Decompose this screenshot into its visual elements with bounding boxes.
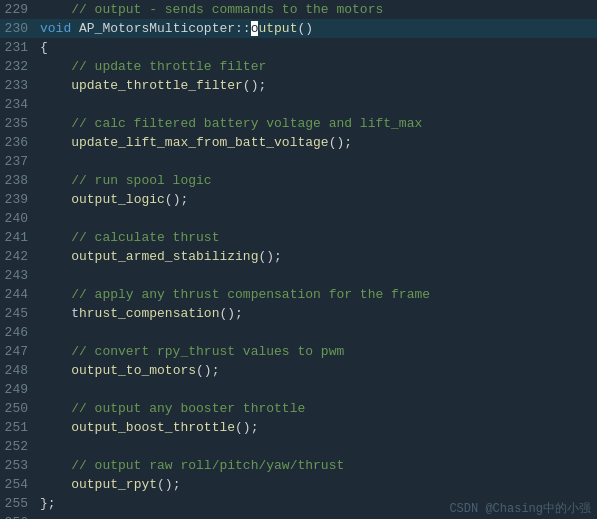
line-number: 256 [0, 513, 38, 519]
code-line: 232 // update throttle filter [0, 57, 597, 76]
code-content: // output any booster throttle [38, 399, 597, 418]
line-number: 239 [0, 190, 38, 209]
code-content: // convert rpy_thrust values to pwm [38, 342, 597, 361]
line-number: 254 [0, 475, 38, 494]
code-content [38, 95, 597, 114]
code-line: 240 [0, 209, 597, 228]
code-content [38, 209, 597, 228]
line-number: 252 [0, 437, 38, 456]
code-line: 244 // apply any thrust compensation for… [0, 285, 597, 304]
code-line: 241 // calculate thrust [0, 228, 597, 247]
line-number: 237 [0, 152, 38, 171]
code-content: void AP_MotorsMulticopter::output() [38, 19, 597, 38]
code-content: // calc filtered battery voltage and lif… [38, 114, 597, 133]
code-line: 248 output_to_motors(); [0, 361, 597, 380]
line-number: 232 [0, 57, 38, 76]
code-content [38, 380, 597, 399]
code-line: 231{ [0, 38, 597, 57]
code-content: output_to_motors(); [38, 361, 597, 380]
code-line: 237 [0, 152, 597, 171]
code-line: 236 update_lift_max_from_batt_voltage(); [0, 133, 597, 152]
code-content [38, 437, 597, 456]
code-line: 234 [0, 95, 597, 114]
code-content: // apply any thrust compensation for the… [38, 285, 597, 304]
code-line: 251 output_boost_throttle(); [0, 418, 597, 437]
line-number: 249 [0, 380, 38, 399]
code-content [38, 152, 597, 171]
line-number: 234 [0, 95, 38, 114]
code-content: // output raw roll/pitch/yaw/thrust [38, 456, 597, 475]
code-content: output_boost_throttle(); [38, 418, 597, 437]
line-number: 231 [0, 38, 38, 57]
code-line: 247 // convert rpy_thrust values to pwm [0, 342, 597, 361]
line-number: 242 [0, 247, 38, 266]
line-number: 245 [0, 304, 38, 323]
code-line: 249 [0, 380, 597, 399]
line-number: 233 [0, 76, 38, 95]
line-number: 247 [0, 342, 38, 361]
code-line: 230void AP_MotorsMulticopter::output() [0, 19, 597, 38]
code-content: // calculate thrust [38, 228, 597, 247]
code-line: 253 // output raw roll/pitch/yaw/thrust [0, 456, 597, 475]
line-number: 246 [0, 323, 38, 342]
line-number: 255 [0, 494, 38, 513]
code-line: 238 // run spool logic [0, 171, 597, 190]
code-line: 233 update_throttle_filter(); [0, 76, 597, 95]
line-number: 230 [0, 19, 38, 38]
code-content: // run spool logic [38, 171, 597, 190]
line-number: 229 [0, 0, 38, 19]
code-line: 235 // calc filtered battery voltage and… [0, 114, 597, 133]
line-number: 250 [0, 399, 38, 418]
code-content: output_rpyt(); [38, 475, 597, 494]
code-content: // update throttle filter [38, 57, 597, 76]
line-number: 238 [0, 171, 38, 190]
line-number: 243 [0, 266, 38, 285]
line-number: 248 [0, 361, 38, 380]
line-number: 235 [0, 114, 38, 133]
code-content: output_logic(); [38, 190, 597, 209]
code-line: 245 thrust_compensation(); [0, 304, 597, 323]
line-number: 244 [0, 285, 38, 304]
code-content [38, 323, 597, 342]
code-content: { [38, 38, 597, 57]
code-line: 239 output_logic(); [0, 190, 597, 209]
code-content: thrust_compensation(); [38, 304, 597, 323]
code-line: 242 output_armed_stabilizing(); [0, 247, 597, 266]
line-number: 253 [0, 456, 38, 475]
watermark: CSDN @Chasing中的小强 [449, 500, 591, 517]
line-number: 241 [0, 228, 38, 247]
code-content: update_lift_max_from_batt_voltage(); [38, 133, 597, 152]
code-editor: 229 // output - sends commands to the mo… [0, 0, 597, 519]
code-content: output_armed_stabilizing(); [38, 247, 597, 266]
code-line: 243 [0, 266, 597, 285]
code-content: // output - sends commands to the motors [38, 0, 597, 19]
code-content [38, 266, 597, 285]
code-line: 250 // output any booster throttle [0, 399, 597, 418]
code-content: update_throttle_filter(); [38, 76, 597, 95]
line-number: 236 [0, 133, 38, 152]
line-number: 240 [0, 209, 38, 228]
code-line: 246 [0, 323, 597, 342]
code-line: 229 // output - sends commands to the mo… [0, 0, 597, 19]
code-line: 252 [0, 437, 597, 456]
code-line: 254 output_rpyt(); [0, 475, 597, 494]
line-number: 251 [0, 418, 38, 437]
